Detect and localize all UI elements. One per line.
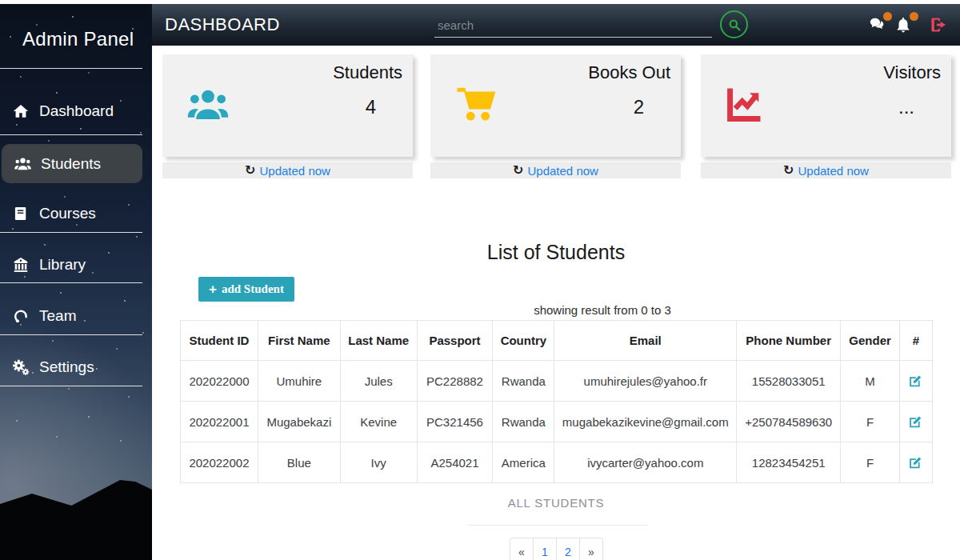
cell-gender: M: [841, 361, 900, 402]
pagination-prev[interactable]: «: [510, 538, 534, 560]
sidebar-item-students[interactable]: Students: [2, 144, 142, 183]
messages-button[interactable]: [868, 15, 889, 36]
card-updated: ↻ Updated now: [701, 162, 951, 178]
col-passport: Passport: [417, 321, 493, 361]
sign-out-icon: [929, 15, 950, 34]
cart-icon: [453, 83, 499, 128]
sidebar-item-label: Dashboard: [39, 102, 114, 120]
divider: [0, 134, 142, 135]
stat-card-students: Students 4 ↻ Updated now: [162, 54, 413, 178]
cell-email: mugabekazikevine@gmail.com: [554, 402, 737, 442]
pagination-next[interactable]: »: [579, 538, 603, 560]
edit-icon: [907, 374, 925, 389]
cell-first-name: Blue: [258, 442, 340, 483]
col-gender: Gender: [841, 321, 900, 361]
cell-passport: A254021: [417, 442, 493, 483]
card-updated: ↻ Updated now: [162, 162, 413, 178]
cell-country: Rwanda: [493, 402, 554, 442]
table-header-row: Student ID First Name Last Name Passport…: [181, 321, 933, 361]
divider: [0, 68, 142, 69]
book-icon: [10, 205, 31, 222]
col-phone: Phone Number: [737, 321, 841, 361]
refresh-icon: ↻: [783, 164, 794, 177]
cell-passport: PC321456: [417, 402, 493, 442]
edit-student-button[interactable]: [907, 454, 925, 470]
card-body: Books Out 2: [430, 54, 681, 157]
card-value: ...: [898, 96, 914, 118]
page-title: DASHBOARD: [165, 14, 280, 35]
users-icon: [185, 83, 231, 128]
showing-result-text: showing result from 0 to 3: [198, 303, 960, 317]
search-icon: [727, 18, 742, 32]
refresh-icon: ↻: [513, 164, 523, 177]
cell-student-id: 202022000: [181, 361, 258, 402]
divider: [0, 232, 142, 233]
divider: [0, 386, 142, 386]
edit-student-button[interactable]: [907, 414, 925, 430]
chart-line-icon: [723, 83, 770, 128]
card-value: 4: [366, 96, 376, 118]
cell-student-id: 202022002: [181, 442, 258, 483]
updated-label: Updated now: [798, 164, 869, 178]
cell-phone: +250784589630: [737, 402, 841, 442]
card-title: Visitors: [883, 62, 941, 83]
cell-first-name: Umuhire: [258, 361, 340, 402]
sidebar-item-team[interactable]: Team: [0, 304, 152, 328]
add-student-label: add Student: [222, 282, 284, 296]
col-first-name: First Name: [258, 321, 340, 361]
pagination-page-2[interactable]: 2: [556, 538, 580, 560]
gears-icon: [10, 358, 31, 376]
sidebar: Admin Panel Dashboard Students: [0, 4, 152, 560]
cell-country: America: [493, 442, 554, 483]
cell-student-id: 202022001: [181, 402, 258, 442]
stat-card-visitors: Visitors ... ↻ Updated now: [701, 54, 951, 178]
card-title: Books Out: [588, 62, 670, 83]
all-students-label: ALL STUDENTS: [152, 496, 960, 510]
search-input[interactable]: [434, 14, 712, 38]
users-icon: [12, 155, 33, 173]
col-country: Country: [493, 321, 554, 361]
cell-first-name: Mugabekazi: [258, 402, 340, 442]
divider: [0, 282, 142, 283]
pagination-page-1[interactable]: 1: [533, 538, 557, 560]
headset-icon: [10, 307, 31, 325]
cell-phone: 15528033051: [737, 361, 841, 402]
notifications-button[interactable]: [894, 15, 915, 36]
card-body: Visitors ...: [701, 54, 951, 157]
sidebar-item-settings[interactable]: Settings: [0, 355, 152, 379]
cell-country: Rwanda: [493, 361, 554, 402]
updated-label: Updated now: [260, 164, 330, 178]
cell-email: umuhirejules@yahoo.fr: [554, 361, 737, 402]
sidebar-item-library[interactable]: Library: [0, 253, 152, 277]
cell-passport: PC228882: [417, 361, 493, 402]
card-title: Students: [333, 62, 402, 83]
cell-last-name: Jules: [340, 361, 417, 402]
card-body: Students 4: [162, 54, 413, 157]
sidebar-item-label: Team: [39, 307, 76, 325]
edit-icon: [907, 455, 925, 470]
divider: [468, 525, 648, 526]
sidebar-item-label: Library: [39, 256, 86, 274]
search-button[interactable]: [720, 10, 748, 38]
sidebar-item-courses[interactable]: Courses: [0, 202, 152, 226]
app-title: Admin Panel: [22, 28, 134, 50]
edit-student-button[interactable]: [907, 373, 925, 389]
sidebar-item-dashboard[interactable]: Dashboard: [0, 99, 152, 123]
notification-badge: [910, 12, 918, 21]
divider: [0, 334, 142, 335]
plus-icon: +: [209, 282, 217, 296]
library-icon: [10, 256, 31, 274]
students-table: Student ID First Name Last Name Passport…: [180, 320, 933, 483]
logout-button[interactable]: [929, 15, 950, 36]
home-icon: [10, 102, 31, 120]
sidebar-item-label: Settings: [39, 358, 94, 376]
table-row: 202022000 Umuhire Jules PC228882 Rwanda …: [181, 361, 933, 402]
card-updated: ↻ Updated now: [430, 162, 681, 178]
add-student-button[interactable]: + add Student: [198, 277, 294, 302]
table-row: 202022002 Blue Ivy A254021 America ivyca…: [181, 442, 933, 483]
stat-card-books-out: Books Out 2 ↻ Updated now: [430, 54, 681, 178]
notification-badge: [883, 12, 892, 21]
sidebar-item-label: Students: [41, 155, 101, 173]
cell-gender: F: [841, 402, 900, 442]
cell-email: ivycarter@yahoo.com: [554, 442, 737, 483]
